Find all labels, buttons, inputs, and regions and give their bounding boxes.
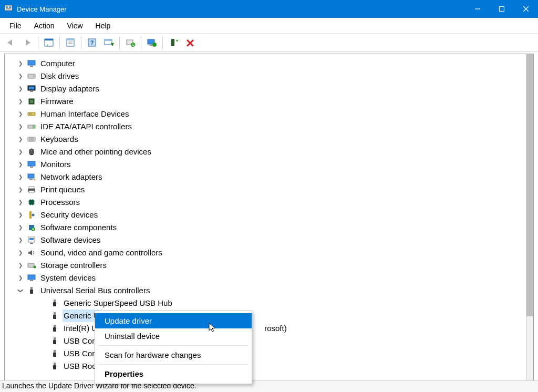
expand-chevron-icon[interactable]: ❯: [17, 120, 24, 133]
scan-toolbar-button[interactable]: [101, 35, 116, 50]
ctx-properties[interactable]: Properties: [95, 366, 252, 381]
expand-chevron-icon[interactable]: ❯: [17, 234, 24, 246]
back-button[interactable]: [3, 35, 18, 50]
svg-rect-49: [28, 174, 34, 178]
svg-rect-32: [29, 87, 34, 89]
expand-chevron-icon[interactable]: ❯: [17, 221, 24, 234]
disable-device-toolbar-button[interactable]: [183, 35, 198, 50]
tree-item[interactable]: ❯Mice and other pointing devices: [17, 146, 531, 158]
expand-chevron-icon[interactable]: ❯: [17, 158, 24, 171]
update-driver-toolbar-button[interactable]: [123, 35, 138, 50]
tree-child-item[interactable]: Generic SuperSpeed USB Hub: [17, 297, 531, 310]
processor-icon: [27, 198, 36, 207]
expand-chevron-icon[interactable]: ❯: [17, 196, 24, 209]
tree-item[interactable]: ❯Human Interface Devices: [17, 108, 531, 120]
ctx-update-driver[interactable]: Update driver: [95, 313, 252, 328]
show-hide-tree-button[interactable]: [42, 35, 56, 50]
tree-item[interactable]: ❯Disk drives: [17, 70, 531, 82]
tree-item[interactable]: ❯Keyboards: [17, 133, 531, 146]
tree-item-label: USB Roo: [63, 360, 98, 373]
svg-rect-3: [6, 8, 11, 9]
toolbar-divider: [141, 36, 141, 49]
tree-item[interactable]: ❯Display adapters: [17, 82, 531, 95]
tree-item[interactable]: ❯Computer: [17, 57, 531, 70]
svg-rect-1: [6, 6, 8, 8]
tree-item[interactable]: ❯Monitors: [17, 158, 531, 171]
ctx-uninstall-device[interactable]: Uninstall device: [95, 328, 252, 344]
maximize-button[interactable]: [490, 0, 514, 18]
expand-chevron-icon[interactable]: ❯: [17, 82, 24, 95]
tree-item[interactable]: ❯Print queues: [17, 183, 531, 196]
usb-icon: [50, 336, 59, 346]
svg-rect-48: [30, 167, 33, 168]
window-controls: [465, 0, 538, 18]
expand-chevron-icon[interactable]: ❯: [17, 133, 24, 146]
menu-action[interactable]: Action: [29, 19, 60, 32]
svg-rect-75: [30, 290, 33, 294]
expand-chevron-icon[interactable]: ❯: [17, 246, 24, 259]
tree-item[interactable]: ❯Software devices: [17, 234, 531, 246]
svg-rect-50: [29, 179, 33, 180]
svg-text:?: ?: [90, 39, 94, 46]
expand-chevron-icon[interactable]: ❯: [17, 108, 24, 120]
ctx-item-label: Update driver: [105, 316, 152, 325]
ctx-item-label: Uninstall device: [105, 332, 160, 341]
expand-chevron-icon[interactable]: ❯: [17, 171, 24, 183]
menu-view[interactable]: View: [61, 19, 88, 32]
tree-item[interactable]: ❯Sound, video and game controllers: [17, 246, 531, 259]
enable-device-toolbar-button[interactable]: [166, 35, 181, 50]
tree-item-label: Software components: [39, 221, 118, 234]
svg-marker-10: [46, 45, 48, 46]
svg-rect-69: [29, 238, 34, 240]
expand-chevron-icon[interactable]: ❯: [17, 272, 24, 284]
tree-item[interactable]: ❯Security devices: [17, 209, 531, 221]
mouse-cursor-icon: [209, 323, 217, 335]
status-bar: Launches the Update Driver Wizard for th…: [0, 380, 538, 392]
ctx-scan-hardware[interactable]: Scan for hardware changes: [95, 347, 252, 363]
printer-icon: [27, 185, 36, 194]
close-button[interactable]: [514, 0, 538, 18]
expand-chevron-icon[interactable]: ❯: [17, 70, 24, 82]
collapse-chevron-icon[interactable]: ❯: [14, 287, 27, 294]
tree-item[interactable]: ❯Software components: [17, 221, 531, 234]
svg-rect-47: [28, 161, 35, 166]
tree-item[interactable]: ❯Storage controllers: [17, 259, 531, 272]
svg-rect-80: [54, 325, 56, 327]
menu-file[interactable]: File: [4, 19, 27, 32]
usb-icon: [50, 324, 59, 333]
expand-chevron-icon[interactable]: ❯: [17, 95, 24, 108]
help-toolbar-button[interactable]: ?: [85, 35, 99, 50]
tree-item[interactable]: ❯Firmware: [17, 95, 531, 108]
tree-item-label: Generic SuperSpeed USB Hub: [63, 297, 173, 310]
svg-rect-72: [28, 275, 35, 280]
menu-help[interactable]: Help: [90, 19, 116, 32]
expand-chevron-icon[interactable]: ❯: [17, 146, 24, 158]
expand-chevron-icon[interactable]: ❯: [17, 209, 24, 221]
firmware-icon: [27, 97, 36, 106]
svg-rect-68: [30, 243, 33, 244]
vertical-scrollbar[interactable]: [526, 54, 533, 380]
svg-rect-33: [30, 91, 33, 92]
svg-rect-84: [54, 350, 56, 353]
expand-chevron-icon[interactable]: ❯: [17, 57, 24, 70]
tree-item[interactable]: ❯Processors: [17, 196, 531, 209]
minimize-button[interactable]: [465, 0, 490, 18]
usb-icon: [50, 298, 59, 308]
tree-item[interactable]: ❯System devices: [17, 272, 531, 284]
uninstall-monitor-toolbar-button[interactable]: [144, 35, 159, 50]
svg-rect-35: [30, 100, 33, 103]
properties-toolbar-button[interactable]: [63, 35, 78, 50]
scrollbar-thumb[interactable]: [526, 54, 533, 316]
forward-button[interactable]: [20, 35, 35, 50]
expand-chevron-icon[interactable]: ❯: [17, 183, 24, 196]
svg-rect-78: [54, 312, 56, 315]
tree-item[interactable]: ❯Network adapters: [17, 171, 531, 183]
tree-item-label: Firmware: [39, 95, 75, 108]
usb-controller-icon: [27, 286, 36, 295]
computer-icon: [27, 59, 36, 68]
tree-item[interactable]: ❯IDE ATA/ATAPI controllers: [17, 120, 531, 133]
expand-chevron-icon[interactable]: ❯: [17, 259, 24, 272]
tree-item-usb-controllers[interactable]: ❯Universal Serial Bus controllers: [17, 284, 531, 297]
svg-rect-74: [30, 287, 33, 290]
toolbar-divider: [59, 36, 60, 49]
